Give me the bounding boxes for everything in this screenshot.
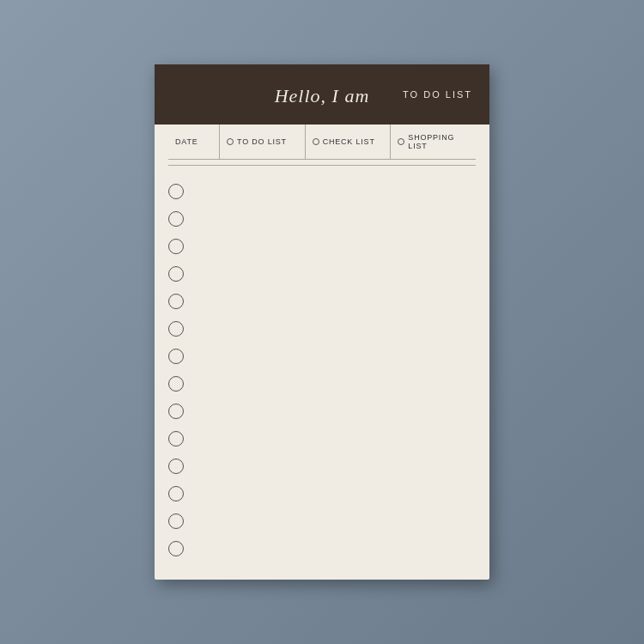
checkbox-circle-icon[interactable]	[168, 239, 184, 254]
item-line	[192, 411, 476, 412]
page-background: Hello, I am TO DO LIST DATE TO DO LIST C…	[0, 0, 644, 644]
category-shopping: SHOPPING LIST	[391, 125, 476, 159]
category-todo: TO DO LIST	[220, 125, 306, 159]
checkbox-circle-icon[interactable]	[168, 513, 184, 529]
checklist-item[interactable]	[168, 507, 476, 535]
checklist-item[interactable]	[168, 370, 476, 398]
checklist-item[interactable]	[168, 205, 476, 233]
checkbox-circle-icon[interactable]	[168, 376, 184, 392]
notepad-body: DATE TO DO LIST CHECK LIST SHOPPING LIST	[155, 125, 489, 580]
item-line	[192, 439, 476, 440]
checkbox-circle-icon[interactable]	[168, 541, 184, 556]
checkbox-circle-icon[interactable]	[168, 211, 184, 227]
category-check: CHECK LIST	[306, 125, 392, 159]
item-line	[192, 549, 476, 550]
checkbox-circle-icon[interactable]	[168, 184, 184, 199]
checklist-item[interactable]	[168, 343, 476, 370]
checklist-item[interactable]	[168, 178, 476, 205]
checkbox-circle-icon[interactable]	[168, 431, 184, 447]
checkbox-circle-icon[interactable]	[168, 459, 184, 474]
checklist-item[interactable]	[168, 480, 476, 507]
checkbox-circle-icon[interactable]	[168, 486, 184, 501]
item-line	[192, 521, 476, 522]
checkbox-circle-icon[interactable]	[168, 294, 184, 309]
notepad-header: Hello, I am TO DO LIST	[155, 64, 489, 125]
item-line	[192, 466, 476, 467]
category-date: DATE	[168, 125, 220, 159]
header-subtitle: TO DO LIST	[403, 89, 472, 100]
shopping-circle-icon	[398, 138, 404, 145]
checklist-item[interactable]	[168, 315, 476, 343]
checklist-item[interactable]	[168, 260, 476, 288]
checkbox-circle-icon[interactable]	[168, 404, 184, 419]
item-line	[192, 384, 476, 385]
checkbox-circle-icon[interactable]	[168, 266, 184, 282]
checklist-item[interactable]	[168, 288, 476, 315]
separator	[168, 165, 476, 166]
checklist-items	[155, 174, 489, 580]
item-line	[192, 219, 476, 220]
checkbox-circle-icon[interactable]	[168, 349, 184, 364]
check-circle-icon	[313, 138, 319, 145]
checklist-item[interactable]	[168, 233, 476, 260]
category-row: DATE TO DO LIST CHECK LIST SHOPPING LIST	[168, 125, 476, 160]
checklist-item[interactable]	[168, 453, 476, 480]
todo-circle-icon	[227, 138, 234, 145]
checklist-item[interactable]	[168, 425, 476, 453]
item-line	[192, 191, 476, 192]
checklist-item[interactable]	[168, 398, 476, 425]
date-label: DATE	[175, 137, 198, 146]
item-line	[192, 329, 476, 330]
item-line	[192, 274, 476, 275]
checklist-item[interactable]	[168, 535, 476, 562]
item-line	[192, 494, 476, 495]
item-line	[192, 246, 476, 247]
todo-label: TO DO LIST	[237, 137, 287, 146]
item-line	[192, 356, 476, 357]
shopping-label: SHOPPING LIST	[408, 133, 469, 150]
item-line	[192, 301, 476, 302]
notepad: Hello, I am TO DO LIST DATE TO DO LIST C…	[155, 64, 489, 580]
checkbox-circle-icon[interactable]	[168, 321, 184, 337]
check-label: CHECK LIST	[323, 137, 375, 146]
